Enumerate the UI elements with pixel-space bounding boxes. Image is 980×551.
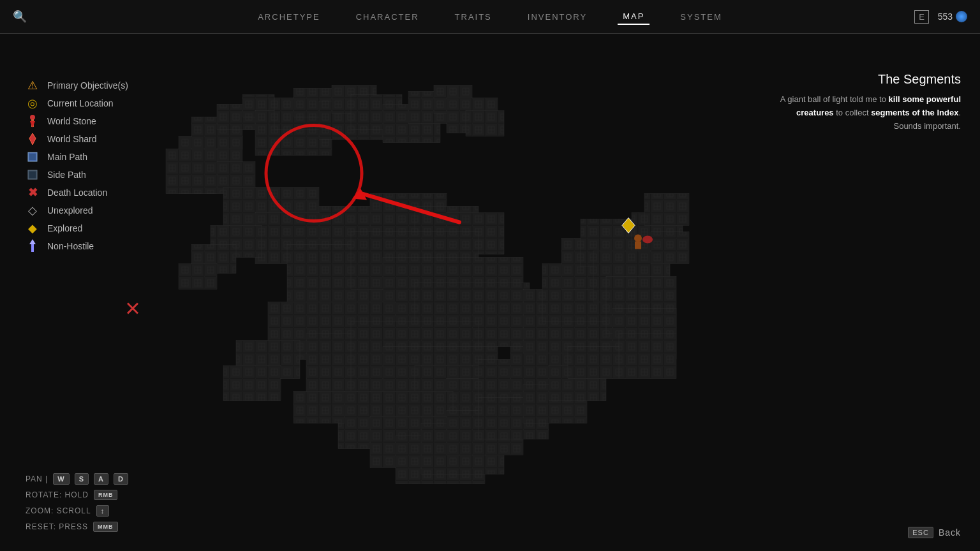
nav-e-key[interactable]: E	[914, 10, 929, 24]
svg-point-81	[30, 115, 35, 120]
svg-rect-67	[223, 366, 281, 401]
legend-label-world-stone: World Stone	[47, 116, 96, 126]
svg-rect-27	[466, 111, 504, 136]
nav-character[interactable]: CHARACTER	[351, 10, 424, 24]
key-scroll: ↕	[96, 505, 110, 517]
svg-marker-90	[29, 239, 36, 244]
legend: ⚠ Primary Objective(s) ◎ Current Locatio…	[26, 78, 128, 253]
info-title: The Segments	[769, 72, 961, 87]
key-rmb: RMB	[94, 490, 118, 500]
legend-label-explored: Explored	[47, 223, 82, 233]
side-path-icon	[26, 168, 40, 182]
legend-explored: ◆ Explored	[26, 221, 128, 235]
key-a: A	[94, 473, 108, 485]
top-navigation: 🔍 ARCHETYPE CHARACTER TRAITS INVENTORY M…	[0, 0, 980, 34]
legend-main-path: Main Path	[26, 150, 128, 164]
non-hostile-icon	[26, 239, 40, 253]
legend-world-shard: World Shard	[26, 132, 128, 146]
back-button[interactable]: ESC Back	[908, 527, 961, 538]
currency-display: 553	[938, 11, 967, 22]
search-icon[interactable]: 🔍	[13, 10, 27, 24]
legend-death-location: ✖ Death Location	[26, 186, 128, 200]
svg-rect-68	[293, 392, 345, 423]
reset-label: RESET: PRESS	[26, 522, 88, 531]
death-location-icon: ✖	[26, 186, 40, 200]
legend-label-unexplored: Unexplored	[47, 205, 93, 216]
legend-side-path: Side Path	[26, 168, 128, 182]
control-zoom: ZOOM: SCROLL ↕	[26, 505, 128, 517]
current-location-icon: ◎	[26, 96, 40, 110]
control-pan: PAN | W S A D	[26, 473, 128, 485]
nav-system[interactable]: SYSTEM	[675, 10, 727, 24]
legend-non-hostile: Non-Hostile	[26, 239, 128, 253]
svg-rect-88	[29, 172, 36, 178]
esc-key: ESC	[908, 527, 933, 538]
map-area[interactable]: The Great Sewers	[0, 34, 980, 551]
control-rotate: ROTATE: HOLD RMB	[26, 490, 128, 500]
info-panel: The Segments A giant ball of light told …	[769, 72, 961, 133]
world-shard-icon	[26, 132, 40, 146]
world-stone-icon	[26, 114, 40, 128]
legend-current-location: ◎ Current Location	[26, 96, 128, 110]
svg-rect-16	[166, 149, 217, 194]
svg-rect-71	[568, 347, 619, 379]
key-s: S	[75, 473, 89, 485]
nav-archetype[interactable]: ARCHETYPE	[253, 10, 325, 24]
svg-marker-83	[30, 121, 35, 128]
key-d: D	[114, 473, 128, 485]
key-w: W	[53, 473, 69, 485]
svg-rect-53	[619, 334, 676, 379]
svg-point-75	[634, 235, 642, 242]
legend-label-side-path: Side Path	[47, 170, 86, 180]
legend-label-current-location: Current Location	[47, 98, 114, 108]
legend-label-world-shard: World Shard	[47, 134, 97, 144]
nav-map[interactable]: MAP	[618, 9, 650, 25]
main-path-icon	[26, 150, 40, 164]
svg-rect-89	[31, 243, 34, 252]
controls-panel: PAN | W S A D ROTATE: HOLD RMB ZOOM: SCR…	[26, 473, 128, 532]
primary-objectives-icon: ⚠	[26, 78, 40, 92]
control-reset: RESET: PRESS MMB	[26, 522, 128, 532]
legend-primary-objectives: ⚠ Primary Objective(s)	[26, 78, 128, 92]
legend-label-non-hostile: Non-Hostile	[47, 241, 94, 251]
nav-inventory[interactable]: INVENTORY	[523, 10, 592, 24]
svg-marker-84	[29, 133, 36, 145]
legend-unexplored: ◇ Unexplored	[26, 203, 128, 217]
zoom-label: ZOOM: SCROLL	[26, 506, 91, 515]
key-mmb: MMB	[93, 522, 118, 532]
svg-rect-76	[635, 242, 641, 249]
unexplored-icon: ◇	[26, 203, 40, 217]
info-description: A giant ball of light told me to kill so…	[769, 93, 961, 133]
svg-rect-65	[179, 264, 217, 290]
nav-traits[interactable]: TRAITS	[450, 10, 497, 24]
legend-world-stone: World Stone	[26, 114, 128, 128]
currency-icon	[956, 11, 967, 22]
back-label: Back	[939, 527, 961, 538]
svg-rect-86	[29, 154, 36, 160]
legend-label-death-location: Death Location	[47, 187, 107, 198]
rotate-label: ROTATE: HOLD	[26, 490, 89, 499]
currency-amount: 553	[938, 11, 953, 22]
legend-label-primary-objectives: Primary Objective(s)	[47, 80, 128, 91]
svg-rect-55	[644, 194, 689, 226]
svg-rect-56	[651, 232, 689, 264]
explored-icon: ◆	[26, 221, 40, 235]
legend-label-main-path: Main Path	[47, 152, 87, 162]
pan-label: PAN |	[26, 474, 48, 483]
svg-point-77	[642, 236, 653, 244]
